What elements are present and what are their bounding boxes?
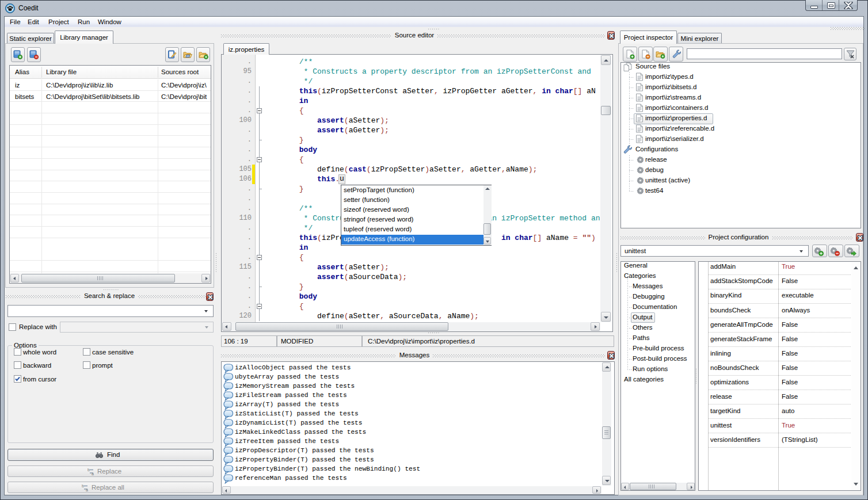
svg-text:a: a	[92, 472, 94, 476]
svg-text:b: b	[82, 484, 84, 488]
svg-text:a: a	[86, 488, 88, 492]
svg-text:b: b	[87, 468, 90, 472]
